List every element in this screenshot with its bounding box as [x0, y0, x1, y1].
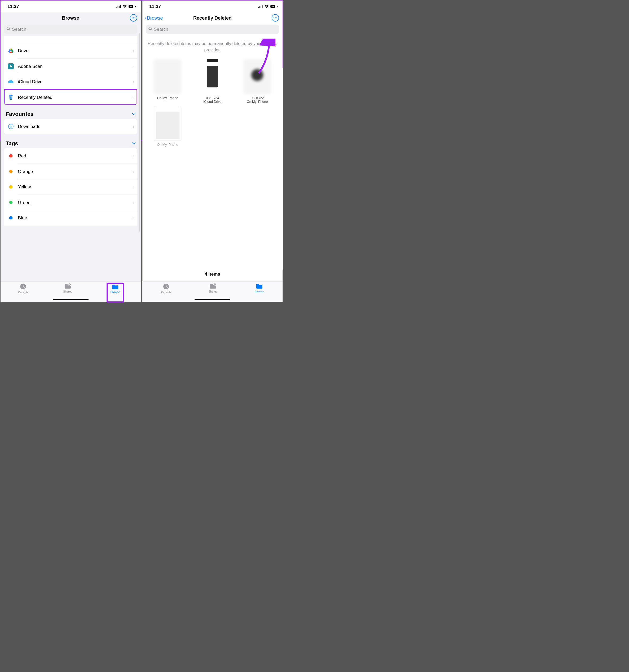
chevron-right-icon: ›: [133, 185, 134, 189]
tag-dot-icon: [9, 200, 13, 204]
trash-icon: [7, 94, 15, 100]
list-item-downloads[interactable]: Downloads ›: [4, 119, 137, 134]
file-thumbnail: [154, 59, 182, 94]
status-bar: 11:37 67: [142, 1, 283, 13]
item-count: 4 items: [142, 272, 283, 277]
list-item-label: Orange: [15, 169, 133, 174]
home-indicator[interactable]: [194, 299, 230, 300]
page-title: Recently Deleted: [193, 15, 232, 20]
section-header-favourites[interactable]: Favourites: [6, 111, 136, 117]
section-title: Favourites: [6, 111, 34, 117]
tab-label: Recents: [161, 291, 171, 294]
adobe-scan-icon: [7, 63, 15, 69]
locations-list: Drive › Adobe Scan › iCloud Driv: [4, 36, 137, 105]
list-item-partial[interactable]: [4, 38, 137, 43]
file-item[interactable]: On My iPhone: [145, 58, 190, 105]
svg-point-18: [69, 284, 70, 285]
tag-item-green[interactable]: Green ›: [4, 194, 137, 210]
search-icon: [148, 27, 153, 32]
file-date: 08/02/24: [206, 96, 219, 100]
svg-rect-3: [120, 5, 121, 8]
search-placeholder: Search: [12, 27, 26, 32]
nav-bar: ‹ Browse Recently Deleted: [142, 13, 283, 23]
svg-rect-21: [260, 6, 261, 8]
file-item[interactable]: 08/02/24 iCloud Drive: [190, 58, 235, 105]
file-location: On My iPhone: [247, 100, 268, 104]
tag-dot-icon: [9, 185, 13, 189]
file-item[interactable]: 09/10/22 On My iPhone: [235, 58, 280, 105]
tab-browse[interactable]: Browse: [254, 283, 264, 302]
chevron-right-icon: ›: [133, 153, 134, 158]
section-title: Tags: [6, 140, 18, 146]
tab-label: Recents: [18, 291, 28, 294]
scroll-indicator: [139, 32, 140, 232]
more-options-button[interactable]: [272, 14, 279, 22]
svg-rect-1: [117, 6, 118, 8]
list-item-adobe-scan[interactable]: Adobe Scan ›: [4, 58, 137, 74]
back-button[interactable]: ‹ Browse: [145, 15, 163, 21]
svg-rect-0: [116, 7, 117, 8]
tab-recents[interactable]: Recents: [161, 283, 171, 302]
shared-folder-icon: [64, 283, 71, 289]
tag-dot-icon: [9, 216, 13, 220]
tab-label: Shared: [63, 290, 72, 293]
tag-dot-icon: [9, 170, 13, 173]
file-location: On My iPhone: [157, 96, 179, 100]
list-item-label: Downloads: [15, 124, 133, 129]
file-item[interactable]: On My iPhone: [145, 105, 190, 148]
svg-line-8: [9, 29, 10, 30]
items-grid: On My iPhone 08/02/24 iCloud Drive 09/10…: [142, 54, 283, 152]
list-item-label: iCloud Drive: [15, 79, 133, 84]
tag-item-yellow[interactable]: Yellow ›: [4, 179, 137, 195]
search-icon: [6, 27, 10, 32]
tags-list: Red › Orange › Yellow › Green ›: [4, 148, 137, 226]
chevron-down-icon: [132, 112, 136, 116]
svg-point-26: [149, 27, 152, 30]
chevron-right-icon: ›: [133, 64, 134, 69]
list-item-icloud-drive[interactable]: iCloud Drive ›: [4, 74, 137, 90]
more-options-button[interactable]: [130, 14, 137, 22]
chevron-right-icon: ›: [133, 200, 134, 205]
home-indicator[interactable]: [53, 299, 89, 300]
list-item-label: Blue: [15, 215, 133, 220]
nav-bar: Browse: [1, 13, 141, 23]
cellular-signal-icon: [116, 5, 121, 8]
tag-item-orange[interactable]: Orange ›: [4, 164, 137, 179]
svg-point-30: [214, 284, 215, 285]
svg-line-27: [151, 29, 152, 30]
file-thumbnail: [154, 106, 182, 141]
chevron-right-icon: ›: [133, 215, 134, 220]
status-time: 11:37: [149, 4, 161, 9]
tab-label: Shared: [208, 290, 218, 293]
list-item-drive[interactable]: Drive ›: [4, 43, 137, 58]
list-item-label: Red: [15, 153, 133, 158]
svg-point-4: [132, 18, 133, 19]
tab-recents[interactable]: Recents: [18, 283, 28, 302]
tag-item-red[interactable]: Red ›: [4, 148, 137, 164]
svg-rect-22: [262, 5, 263, 8]
wifi-icon: [122, 5, 127, 8]
tab-label: Browse: [254, 290, 264, 293]
battery-icon: 67: [270, 5, 277, 8]
svg-point-23: [273, 18, 274, 19]
tag-item-blue[interactable]: Blue ›: [4, 210, 137, 226]
wifi-icon: [264, 5, 269, 8]
tab-browse[interactable]: Browse: [107, 283, 123, 302]
clock-icon: [20, 283, 26, 290]
search-input[interactable]: Search: [4, 25, 137, 34]
svg-point-7: [7, 27, 9, 30]
section-header-tags[interactable]: Tags: [6, 140, 136, 146]
list-item-recently-deleted[interactable]: Recently Deleted ›: [4, 90, 137, 105]
battery-icon: 67: [129, 5, 135, 8]
notice-text: Recently deleted items may be permanentl…: [142, 36, 283, 54]
cellular-signal-icon: [258, 5, 263, 8]
svg-rect-20: [259, 6, 260, 8]
phone-left: 11:37 67 Browse: [1, 1, 141, 302]
svg-rect-2: [119, 6, 120, 8]
chevron-right-icon: ›: [133, 48, 134, 53]
shared-folder-icon: [209, 283, 216, 289]
status-time: 11:37: [7, 4, 19, 9]
chevron-down-icon: [132, 141, 136, 145]
search-input[interactable]: Search: [146, 25, 279, 34]
svg-point-25: [276, 18, 277, 19]
